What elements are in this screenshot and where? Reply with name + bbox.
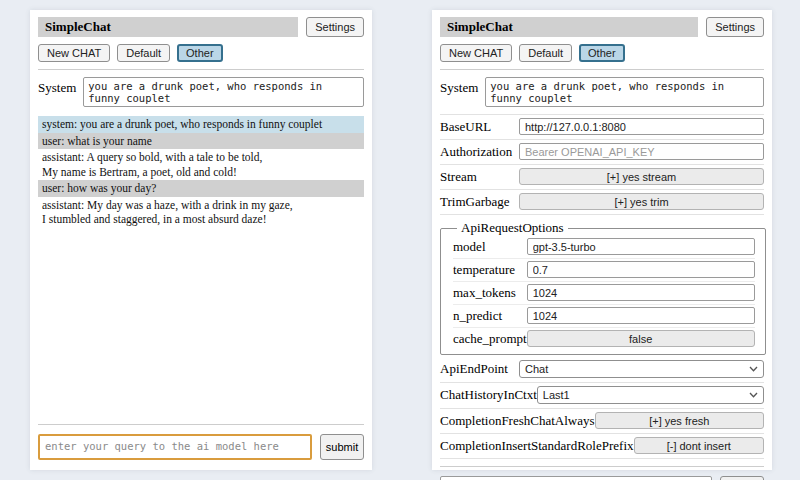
chathistoryinctxt-select[interactable]: Last1 — [537, 386, 764, 404]
setting-label: TrimGarbage — [440, 194, 510, 210]
setting-label: Stream — [440, 169, 477, 185]
setting-row-stream: Stream [+] yes stream — [440, 165, 764, 190]
stream-toggle-button[interactable]: [+] yes stream — [519, 168, 764, 185]
session-toolbar: New CHAT Default Other — [38, 44, 364, 62]
setting-label: model — [453, 239, 486, 255]
setting-label: Authorization — [440, 144, 512, 160]
chevron-down-icon — [749, 392, 758, 398]
max-tokens-input[interactable] — [527, 284, 755, 301]
setting-row-trimgarbage: TrimGarbage [+] yes trim — [440, 190, 764, 215]
divider — [440, 69, 764, 70]
app-title: SimpleChat — [38, 17, 298, 37]
chat-message-user: user: how was your day? — [38, 180, 364, 197]
setting-row-apiendpoint: ApiEndPoint Chat — [440, 357, 764, 383]
divider — [38, 424, 364, 425]
settings-button[interactable]: Settings — [706, 17, 764, 37]
settings-panel: SimpleChat Settings New CHAT Default Oth… — [432, 10, 772, 470]
authorization-input[interactable] — [519, 143, 764, 160]
trimgarbage-toggle-button[interactable]: [+] yes trim — [519, 193, 764, 210]
setting-row-cache-prompt: cache_prompt false — [453, 328, 755, 350]
completion-fresh-toggle-button[interactable]: [+] yes fresh — [595, 412, 764, 429]
setting-row-baseurl: BaseURL — [440, 115, 764, 140]
setting-row-model: model — [453, 236, 755, 259]
app-title: SimpleChat — [440, 17, 698, 37]
setting-label: n_predict — [453, 308, 502, 324]
system-prompt-input[interactable]: you are a drunk poet, who responds in fu… — [83, 77, 364, 107]
chat-message-system: system: you are a drunk poet, who respon… — [38, 116, 364, 133]
setting-row-chathistoryinctxt: ChatHistoryInCtxt Last1 — [440, 383, 764, 409]
setting-label: ApiEndPoint — [440, 361, 508, 377]
setting-label: cache_prompt — [453, 331, 527, 347]
divider — [38, 69, 364, 70]
baseurl-input[interactable] — [519, 118, 764, 135]
chat-message-assistant: assistant: My day was a haze, with a dri… — [38, 197, 364, 228]
chat-message-user: user: what is your name — [38, 133, 364, 150]
header: SimpleChat Settings — [440, 17, 764, 37]
new-chat-button[interactable]: New CHAT — [38, 44, 110, 62]
chat-message-list: system: you are a drunk poet, who respon… — [38, 116, 364, 228]
model-input[interactable] — [527, 238, 755, 255]
setting-label: CompletionInsertStandardRolePrefix — [440, 438, 634, 454]
submit-button[interactable]: submit — [720, 476, 764, 480]
setting-label: max_tokens — [453, 285, 516, 301]
submit-button[interactable]: submit — [320, 434, 364, 460]
new-chat-button[interactable]: New CHAT — [440, 44, 512, 62]
apiendpoint-selected-value: Chat — [525, 363, 548, 375]
n-predict-input[interactable] — [527, 307, 755, 324]
temperature-input[interactable] — [527, 261, 755, 278]
settings-button[interactable]: Settings — [306, 17, 364, 37]
query-input[interactable] — [38, 434, 312, 460]
query-row: submit — [440, 476, 764, 480]
api-request-options-legend: ApiRequestOptions — [457, 220, 568, 236]
session-tab-default[interactable]: Default — [519, 44, 572, 62]
setting-row-completionfreshchatalways: CompletionFreshChatAlways [+] yes fresh — [440, 409, 764, 434]
setting-label: ChatHistoryInCtxt — [440, 387, 537, 403]
setting-row-temperature: temperature — [453, 259, 755, 282]
session-tab-other[interactable]: Other — [579, 44, 625, 62]
apiendpoint-select[interactable]: Chat — [519, 360, 764, 378]
setting-row-completioninsertstandardroleprefix: CompletionInsertStandardRolePrefix [-] d… — [440, 434, 764, 459]
system-label: System — [440, 77, 478, 107]
chat-panel: SimpleChat Settings New CHAT Default Oth… — [30, 10, 372, 470]
setting-label: BaseURL — [440, 119, 491, 135]
chathistoryinctxt-selected-value: Last1 — [543, 389, 570, 401]
chat-message-assistant: assistant: A query so bold, with a tale … — [38, 149, 364, 180]
divider — [440, 466, 764, 467]
setting-label: CompletionFreshChatAlways — [440, 413, 595, 429]
system-prompt-input[interactable]: you are a drunk poet, who responds in fu… — [485, 77, 764, 107]
system-label: System — [38, 77, 76, 107]
system-prompt-row: System you are a drunk poet, who respond… — [38, 77, 364, 107]
setting-row-authorization: Authorization — [440, 140, 764, 165]
system-prompt-row: System you are a drunk poet, who respond… — [440, 77, 764, 115]
setting-row-n-predict: n_predict — [453, 305, 755, 328]
query-input[interactable] — [440, 476, 712, 480]
query-row: submit — [38, 434, 364, 460]
session-toolbar: New CHAT Default Other — [440, 44, 764, 62]
setting-label: temperature — [453, 262, 515, 278]
session-tab-default[interactable]: Default — [117, 44, 170, 62]
completion-insert-toggle-button[interactable]: [-] dont insert — [634, 437, 764, 454]
header: SimpleChat Settings — [38, 17, 364, 37]
session-tab-other[interactable]: Other — [177, 44, 223, 62]
setting-row-max-tokens: max_tokens — [453, 282, 755, 305]
api-request-options-group: ApiRequestOptions model temperature max_… — [440, 220, 766, 355]
chevron-down-icon — [749, 366, 758, 372]
cache-prompt-toggle-button[interactable]: false — [527, 330, 755, 347]
